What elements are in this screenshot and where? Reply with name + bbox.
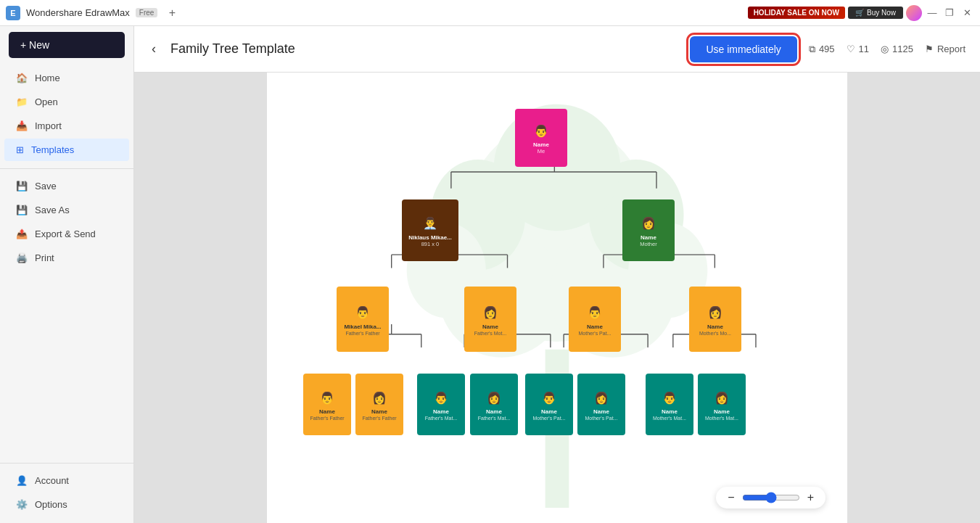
close-button[interactable]: ✕ (960, 6, 974, 20)
fmm1-label: Father's Mat... (425, 416, 458, 421)
ffm-avatar: 👩 (369, 387, 390, 408)
report-label: Report (937, 44, 965, 54)
node-mmm1: 👨 Name Mother's Mat... (646, 374, 693, 435)
sidebar-item-label: Import (35, 120, 62, 131)
fm-avatar: 👩 (480, 302, 501, 323)
print-icon: 🖨️ (16, 252, 28, 263)
father-label: 891 x 0 (421, 242, 440, 247)
mm-name: Name (707, 324, 723, 331)
open-icon: 📁 (16, 96, 28, 107)
templates-icon: ⊞ (16, 144, 24, 155)
sidebar-item-save[interactable]: 💾 Save (4, 175, 129, 197)
back-button[interactable]: ‹ (149, 38, 159, 59)
canvas-inner: 👨 Name Me 👨‍💼 Niklaus Mikae... 891 x 0 👩… (267, 73, 847, 523)
ffm-name: Name (371, 409, 387, 416)
minimize-button[interactable]: — (925, 6, 939, 20)
copies-count: 495 (819, 44, 835, 54)
maximize-button[interactable]: ❐ (942, 6, 957, 20)
sidebar-item-open[interactable]: 📁 Open (4, 91, 129, 113)
new-button[interactable]: + New (9, 32, 125, 58)
tree-container: 👨 Name Me 👨‍💼 Niklaus Mikae... 891 x 0 👩… (267, 73, 847, 523)
fm-name: Name (482, 324, 498, 331)
sidebar-item-print[interactable]: 🖨️ Print (4, 247, 129, 269)
sidebar-item-import[interactable]: 📥 Import (4, 115, 129, 137)
sidebar-item-label: Save (35, 181, 57, 192)
likes-stat: ♡ 11 (847, 44, 869, 54)
use-immediately-button[interactable]: Use immediately (690, 36, 796, 62)
father-avatar: 👨‍💼 (420, 213, 440, 234)
zoom-in-button[interactable]: + (807, 491, 814, 504)
node-ff: 👨 Mikael Mika... Father's Father (337, 287, 389, 352)
sidebar-item-home[interactable]: 🏠 Home (4, 67, 129, 89)
likes-count: 11 (859, 44, 869, 54)
mff1-avatar: 👨 (539, 387, 559, 408)
cart-icon: 🛒 (855, 9, 864, 17)
sidebar-divider-bottom (0, 463, 133, 464)
node-mf: 👨 Name Mother's Pat... (569, 287, 621, 352)
mf-name: Name (587, 324, 603, 331)
node-mff1: 👨 Name Mother's Pat... (525, 374, 573, 435)
ff-avatar: 👨 (353, 302, 373, 323)
avatar[interactable] (906, 5, 922, 21)
mff2-name: Name (593, 409, 609, 416)
sidebar-item-label: Options (35, 499, 67, 510)
sidebar-item-label: Print (35, 252, 54, 263)
sidebar-item-label: Home (35, 73, 60, 83)
me-avatar: 👨 (531, 120, 551, 141)
app-name: Wondershare EdrawMax (26, 7, 130, 18)
node-mff2: 👩 Name Mother's Pat... (577, 374, 625, 435)
account-icon: 👤 (16, 475, 28, 486)
mm-label: Mother's Mo... (699, 331, 731, 337)
header-actions: Use immediately ⧉ 495 ♡ 11 ◎ 1125 ⚑ Repo… (690, 36, 965, 62)
buy-now-button[interactable]: 🛒 Buy Now (848, 7, 903, 19)
zoom-slider[interactable] (742, 492, 800, 503)
node-me: 👨 Name Me (515, 109, 567, 167)
sidebar-item-label: Export & Send (35, 228, 96, 239)
eye-icon: ◎ (881, 44, 889, 54)
node-ffm: 👩 Name Father's Father (355, 374, 403, 435)
sidebar-item-save-as[interactable]: 💾 Save As (4, 199, 129, 221)
main-layout: + New 🏠 Home 📁 Open 📥 Import ⊞ Templates… (0, 26, 980, 523)
mff2-label: Mother's Pat... (585, 416, 618, 421)
me-label: Me (538, 149, 545, 155)
flag-icon: ⚑ (925, 44, 934, 54)
sidebar-item-label: Save As (35, 205, 70, 215)
fff-name: Name (319, 409, 335, 416)
ff-label: Father's Father (345, 331, 379, 337)
sidebar: + New 🏠 Home 📁 Open 📥 Import ⊞ Templates… (0, 26, 134, 523)
copies-stat: ⧉ 495 (809, 44, 835, 55)
node-fmm1: 👨 Name Father's Mat... (417, 374, 465, 435)
canvas-area: 👨 Name Me 👨‍💼 Niklaus Mikae... 891 x 0 👩… (134, 73, 980, 523)
mmm2-name: Name (714, 409, 730, 416)
ff-name: Mikael Mika... (344, 324, 381, 331)
new-tab-button[interactable]: + (163, 4, 181, 22)
node-mm: 👩 Name Mother's Mo... (689, 287, 741, 352)
mff2-avatar: 👩 (591, 387, 612, 408)
mother-avatar: 👩 (638, 213, 659, 234)
holiday-sale-button[interactable]: HOLIDAY SALE ON NOW (748, 7, 845, 19)
fmm1-avatar: 👨 (431, 387, 451, 408)
node-fff: 👨 Name Father's Father (303, 374, 351, 435)
node-father: 👨‍💼 Niklaus Mikae... 891 x 0 (402, 199, 458, 261)
save-icon: 💾 (16, 181, 28, 192)
node-mmm2: 👩 Name Mother's Mat... (698, 374, 746, 435)
report-stat[interactable]: ⚑ Report (925, 44, 965, 54)
sidebar-item-options[interactable]: ⚙️ Options (4, 493, 129, 516)
mother-label: Mother (640, 242, 656, 247)
header-bar: ‹ Family Tree Template Use immediately ⧉… (134, 26, 980, 73)
mmm1-avatar: 👨 (659, 387, 680, 408)
sidebar-item-label: Templates (31, 144, 74, 155)
views-stat: ◎ 1125 (881, 44, 913, 54)
fmm2-label: Father's Mat... (478, 416, 511, 421)
sidebar-item-account[interactable]: 👤 Account (4, 469, 129, 492)
copies-icon: ⧉ (809, 44, 815, 55)
page-title: Family Tree Template (170, 41, 678, 57)
home-icon: 🏠 (16, 73, 28, 83)
views-count: 1125 (892, 44, 913, 54)
node-fm: 👩 Name Father's Mot... (464, 287, 516, 352)
zoom-out-button[interactable]: − (728, 491, 734, 504)
sidebar-item-templates[interactable]: ⊞ Templates (4, 139, 129, 161)
fmm2-avatar: 👩 (484, 387, 504, 408)
sidebar-bottom: 👤 Account ⚙️ Options (0, 457, 133, 517)
sidebar-item-export[interactable]: 📤 Export & Send (4, 223, 129, 245)
